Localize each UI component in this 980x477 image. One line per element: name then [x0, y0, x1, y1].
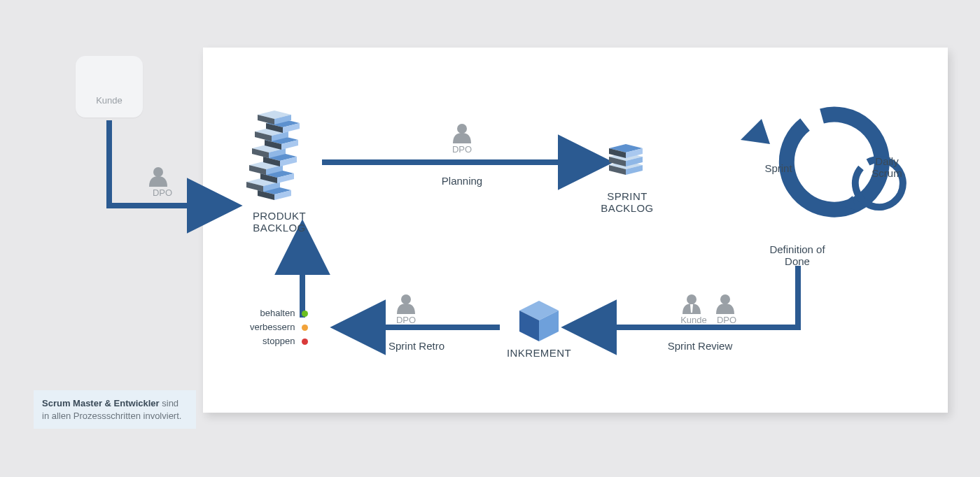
inkrement-icon [519, 301, 559, 341]
dpo-retro-label: DPO [392, 315, 420, 325]
inkrement-label: INKREMENT [504, 347, 574, 359]
dpo-review-icon [716, 294, 734, 314]
produkt-backlog-icon [246, 111, 300, 200]
daily-scrum-label: Daily Scrum [862, 155, 911, 179]
retro-verbessern-label: verbessern [250, 322, 295, 332]
kunde-review-icon [682, 294, 701, 314]
retro-stoppen: stoppen [245, 336, 308, 346]
kunde-label: Kunde [76, 95, 143, 106]
retro-label: Sprint Retro [378, 340, 455, 352]
svg-marker-11 [741, 119, 770, 144]
produkt-backlog-label: PRODUKT BACKLOG [227, 210, 332, 234]
definition-of-done-label: Definition of Done [752, 243, 843, 267]
planning-label: Planning [427, 175, 497, 187]
retro-stoppen-label: stoppen [262, 336, 295, 346]
retro-verbessern: verbessern [245, 322, 308, 332]
dpo-retro-icon [397, 294, 415, 314]
retro-behalten: behalten [245, 308, 308, 318]
dot-orange [302, 325, 308, 331]
dpo-planning-icon [453, 124, 471, 143]
dot-green [302, 311, 308, 317]
sprint-backlog-label: SPRINT BACKLOG [599, 190, 655, 214]
footnote-strong: Scrum Master & Entwickler [42, 398, 160, 408]
review-label: Sprint Review [651, 340, 749, 352]
dpo-review-label: DPO [713, 315, 741, 325]
kunde-card: Kunde [76, 56, 143, 118]
sprint-label: Sprint [750, 162, 806, 174]
dpo-icon [149, 167, 167, 187]
dpo-planning-label: DPO [448, 144, 476, 155]
footnote: Scrum Master & Entwickler sind in allen … [34, 390, 196, 429]
retro-behalten-label: behalten [260, 308, 295, 318]
dot-red [302, 339, 308, 345]
dpo-label-entry: DPO [148, 187, 176, 198]
sprint-backlog-icon [609, 144, 643, 175]
kunde-review-label: Kunde [678, 315, 710, 325]
